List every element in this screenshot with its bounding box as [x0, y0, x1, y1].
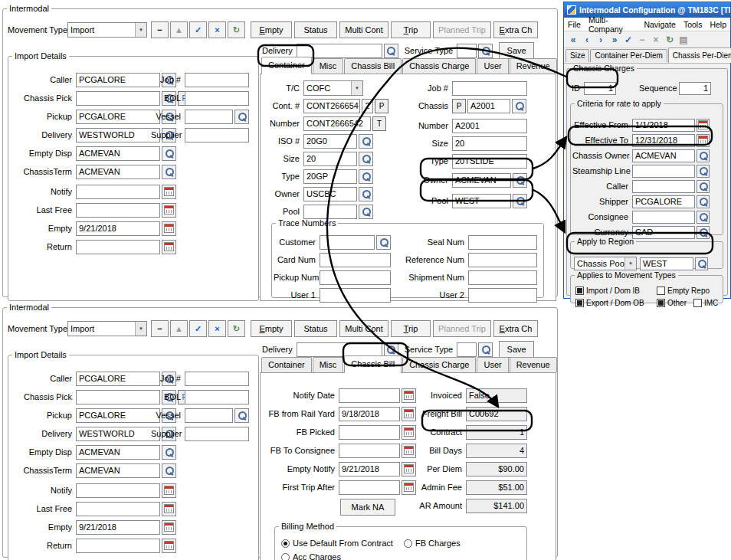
delete-record-icon[interactable]: −	[636, 33, 648, 46]
reference-num-field[interactable]	[468, 253, 537, 267]
return-field[interactable]	[76, 539, 160, 553]
chassis-pool-lookup-button[interactable]	[695, 257, 708, 270]
return-calendar-button[interactable]	[162, 539, 176, 553]
empty-date-field[interactable]: 9/21/2018	[76, 221, 160, 236]
empty-disp-lookup-button[interactable]	[162, 445, 176, 460]
trip-button[interactable]: Trip	[391, 21, 431, 38]
vessel-lookup-button[interactable]	[234, 110, 249, 124]
container-owner-field[interactable]: USCBC	[303, 187, 357, 201]
move-up-button[interactable]: ▲	[170, 21, 188, 38]
save-record-icon[interactable]: ✓	[622, 33, 634, 46]
return-calendar-button[interactable]	[162, 240, 176, 254]
return-field[interactable]	[76, 240, 160, 254]
container-number-field[interactable]: CONT2666542	[303, 116, 371, 131]
pickup-num-field[interactable]	[320, 270, 391, 285]
container-pool-field[interactable]	[303, 205, 357, 219]
type-field[interactable]: 20GP	[303, 169, 357, 184]
chassis-term-field[interactable]: ACMEVAN	[76, 165, 160, 179]
refresh-icon[interactable]: ↻	[664, 33, 676, 46]
tab-chassis-charge[interactable]: Chassis Charge	[402, 357, 476, 372]
extra-ch-button[interactable]: Extra Ch	[493, 21, 538, 38]
cfg-caller-field[interactable]	[632, 180, 695, 193]
region-type-select[interactable]: Chassis Pool▼	[574, 257, 637, 270]
import-dom-ib-checkbox[interactable]	[575, 287, 584, 295]
export-dom-ob-checkbox[interactable]	[575, 299, 584, 307]
delivery-field[interactable]: WESTWORLD	[76, 128, 160, 142]
cancel-record-icon[interactable]: ×	[650, 33, 662, 46]
tc-select[interactable]: COFC▼	[303, 80, 363, 96]
planned-trip-button[interactable]: Planned Trip	[433, 320, 491, 337]
remove-button[interactable]: −	[151, 320, 169, 337]
service-type-field[interactable]	[457, 44, 477, 58]
size-lookup-button[interactable]	[359, 152, 373, 166]
shipper-field[interactable]: PCGALORE	[632, 195, 695, 208]
effective-from-calendar-button[interactable]	[697, 119, 710, 132]
multi-cont-button[interactable]: Multi Cont	[339, 21, 388, 38]
menu-navigate[interactable]: Navigate	[640, 20, 679, 29]
caller-field[interactable]: PCGALORE	[76, 73, 160, 87]
extra-ch-button[interactable]: Extra Ch	[493, 320, 538, 337]
empty-date-calendar-button[interactable]	[162, 520, 176, 535]
vessel-field[interactable]	[185, 110, 233, 124]
notify-field[interactable]	[76, 185, 160, 199]
effective-to-calendar-button[interactable]	[697, 134, 710, 147]
vessel-lookup-button[interactable]	[234, 408, 249, 423]
use-default-from-contract-radio[interactable]	[281, 539, 290, 548]
delivery-lookup-button[interactable]	[384, 44, 398, 58]
delivery-header-field[interactable]	[297, 342, 382, 357]
caller-lookup-button[interactable]	[697, 180, 710, 193]
tab-misc[interactable]: Misc	[313, 58, 344, 74]
confirm-button[interactable]: ✓	[189, 320, 207, 337]
chassis-p-button[interactable]: P	[452, 99, 466, 113]
chassis-term-lookup-button[interactable]	[162, 165, 176, 179]
next-record-icon[interactable]: ›	[595, 33, 607, 46]
cont-num-field[interactable]: CONT266654	[303, 99, 360, 113]
refresh-button[interactable]: ↻	[228, 320, 245, 337]
refresh-button[interactable]: ↻	[228, 21, 245, 38]
chassis-term-lookup-button[interactable]	[162, 463, 176, 478]
consignee-lookup-button[interactable]	[697, 211, 710, 224]
bol-field[interactable]	[185, 390, 249, 404]
cfg-chassis-pool-field[interactable]: WEST	[640, 257, 693, 270]
chassis-owner-lookup-button[interactable]	[697, 149, 710, 162]
first-record-icon[interactable]: «	[567, 33, 579, 46]
chassis-term-field[interactable]: ACMEVAN	[76, 463, 160, 478]
fb-picked-field[interactable]	[339, 425, 400, 440]
empty-button[interactable]: Empty	[251, 320, 292, 337]
effective-to-field[interactable]: 12/31/2018	[632, 134, 695, 147]
empty-disp-field[interactable]: ACMEVAN	[76, 445, 160, 460]
sequence-field[interactable]: 1	[679, 82, 711, 95]
pickup-field[interactable]: PCGALORE	[76, 408, 160, 423]
remove-button[interactable]: −	[151, 21, 169, 38]
chassis-pick-field[interactable]	[76, 91, 160, 106]
shipper-lookup-button[interactable]	[697, 195, 710, 208]
menu-tools[interactable]: Tools	[680, 20, 706, 29]
chassis-pool-field[interactable]: WEST	[452, 194, 511, 208]
tab-revenue[interactable]: Revenue	[510, 58, 557, 74]
status-button[interactable]: Status	[294, 320, 337, 337]
customer-field[interactable]	[320, 235, 375, 250]
service-type-lookup-button[interactable]	[478, 342, 493, 357]
empty-notify-field[interactable]: 9/21/2018	[339, 462, 400, 476]
first-trip-after-field[interactable]	[339, 480, 400, 495]
size-field[interactable]: 20	[303, 152, 357, 166]
menu-file[interactable]: File	[564, 20, 585, 29]
seal-num-field[interactable]	[468, 235, 537, 250]
notify-calendar-button[interactable]	[162, 185, 176, 199]
imc-checkbox[interactable]	[693, 299, 702, 307]
tab-misc[interactable]: Misc	[313, 357, 344, 372]
user2-field[interactable]	[468, 288, 537, 303]
tab-user[interactable]: User	[477, 357, 508, 372]
chassis-job-field[interactable]	[452, 81, 527, 96]
chassis-field[interactable]: A2001	[467, 99, 510, 113]
tab-chassis-per-diem[interactable]: Chassis Per-Diem	[668, 47, 731, 63]
chassis-pool-lookup-button[interactable]	[513, 194, 527, 208]
delivery-lookup-button[interactable]	[384, 342, 398, 357]
consignee-field[interactable]	[632, 211, 695, 224]
status-button[interactable]: Status	[294, 21, 337, 38]
pool-lookup-button[interactable]	[359, 205, 373, 219]
empty-date-calendar-button[interactable]	[162, 221, 176, 236]
movement-type-select[interactable]: Import▼	[67, 321, 147, 336]
job-field[interactable]	[185, 73, 249, 87]
last-free-field[interactable]	[76, 203, 160, 218]
